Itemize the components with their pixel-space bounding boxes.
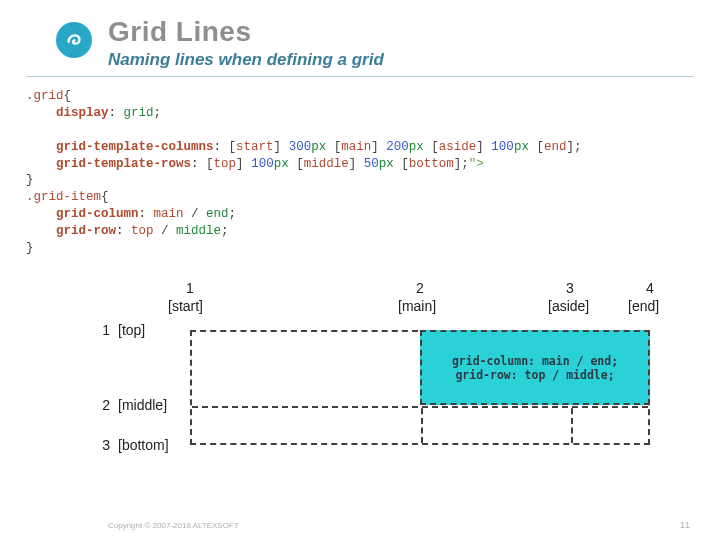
code-prop: grid-column	[56, 207, 139, 221]
header-divider	[26, 76, 694, 77]
copyright-text: Copyright © 2007-2018 ALTEXSOFT	[108, 521, 239, 530]
code-block: .grid{ display: grid; grid-template-colu…	[26, 88, 581, 257]
row-line-name: [top]	[118, 322, 145, 338]
grid-row-line	[192, 406, 648, 408]
code-prop: grid-template-columns	[56, 140, 214, 154]
col-number: 4	[646, 280, 654, 296]
col-line-name: [main]	[398, 298, 436, 314]
page-subtitle: Naming lines when defining a grid	[108, 50, 384, 70]
code-prop: grid-row	[56, 224, 116, 238]
col-number: 3	[566, 280, 574, 296]
col-line-name: [start]	[168, 298, 203, 314]
row-line-name: [middle]	[118, 397, 167, 413]
brand-logo	[56, 22, 92, 58]
col-line-name: [aside]	[548, 298, 589, 314]
placed-grid-item: grid-column: main / end; grid-row: top /…	[420, 330, 650, 405]
code-value: grid	[124, 106, 154, 120]
row-number: 2	[90, 397, 110, 413]
col-line-name: [end]	[628, 298, 659, 314]
page-number: 11	[680, 520, 690, 530]
col-number: 2	[416, 280, 424, 296]
code-prop: display	[56, 106, 109, 120]
grid-diagram: 1 2 3 4 [start] [main] [aside] [end] 1 2…	[90, 280, 680, 490]
code-selector: .grid-item	[26, 190, 101, 204]
slide: Grid Lines Naming lines when defining a …	[0, 0, 720, 540]
row-line-name: [bottom]	[118, 437, 169, 453]
placed-item-text: grid-row: top / middle;	[455, 368, 614, 382]
col-number: 1	[186, 280, 194, 296]
placed-item-text: grid-column: main / end;	[452, 354, 618, 368]
row-number: 1	[90, 322, 110, 338]
code-selector: .grid	[26, 89, 64, 103]
page-title: Grid Lines	[108, 16, 251, 48]
swirl-icon	[63, 29, 85, 51]
code-prop: grid-template-rows	[56, 157, 191, 171]
row-number: 3	[90, 437, 110, 453]
